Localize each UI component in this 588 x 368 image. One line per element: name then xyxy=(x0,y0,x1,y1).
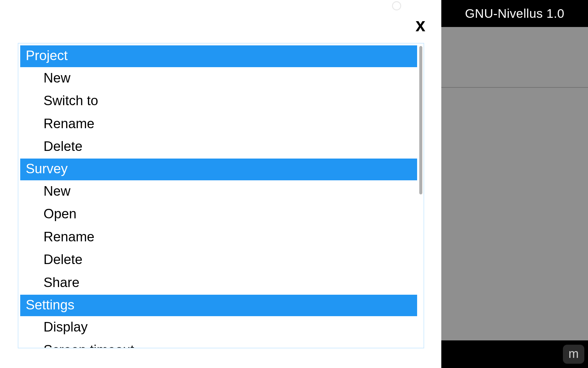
menu-item-project-new[interactable]: New xyxy=(20,67,417,90)
section-header-label: Survey xyxy=(26,161,68,176)
menu-item-label: Open xyxy=(43,206,77,221)
app-panel-top xyxy=(441,27,588,88)
menu-item-survey-new[interactable]: New xyxy=(20,180,417,203)
app-background: GNU-Nivellus 1.0 m xyxy=(441,0,588,368)
menu-modal: x Project New Switch to Rename Delete xyxy=(0,0,441,368)
menu-item-label: Delete xyxy=(43,252,82,267)
close-icon: x xyxy=(416,13,425,35)
menu-panel: Project New Switch to Rename Delete Surv… xyxy=(18,43,424,348)
app-title: GNU-Nivellus 1.0 xyxy=(465,6,564,21)
menu-item-label: Delete xyxy=(43,139,82,154)
menu-item-settings-screen-timeout[interactable]: Screen timeout xyxy=(20,339,417,348)
spinner-icon xyxy=(392,1,401,10)
menu-item-project-rename[interactable]: Rename xyxy=(20,113,417,136)
app-body xyxy=(441,27,588,340)
section-header-label: Project xyxy=(26,48,68,63)
app-panel-mid xyxy=(441,88,588,340)
menu-item-settings-display[interactable]: Display xyxy=(20,316,417,339)
app-titlebar: GNU-Nivellus 1.0 xyxy=(441,0,588,27)
scrollbar[interactable] xyxy=(419,46,422,194)
menu-item-survey-delete[interactable]: Delete xyxy=(20,249,417,272)
section-header-survey: Survey xyxy=(20,159,417,180)
menu-badge-label: m xyxy=(568,347,579,360)
section-header-label: Settings xyxy=(26,297,74,312)
menu-scroll[interactable]: Project New Switch to Rename Delete Surv… xyxy=(18,44,424,348)
menu-item-label: Screen timeout xyxy=(43,342,134,348)
menu-item-label: Switch to xyxy=(43,93,98,108)
menu-item-survey-open[interactable]: Open xyxy=(20,203,417,226)
menu-item-survey-rename[interactable]: Rename xyxy=(20,226,417,249)
menu-item-project-switch-to[interactable]: Switch to xyxy=(20,90,417,113)
app-bottombar: m xyxy=(441,340,588,368)
section-header-settings: Settings xyxy=(20,295,417,316)
section-header-project: Project xyxy=(20,45,417,67)
close-button[interactable]: x xyxy=(416,13,425,35)
menu-item-label: Rename xyxy=(43,116,94,131)
menu-item-survey-share[interactable]: Share xyxy=(20,272,417,295)
menu-item-label: Share xyxy=(43,275,79,290)
menu-item-project-delete[interactable]: Delete xyxy=(20,136,417,159)
menu-badge[interactable]: m xyxy=(563,345,584,364)
menu-item-label: Display xyxy=(43,319,88,334)
menu-item-label: Rename xyxy=(43,229,94,244)
menu-item-label: New xyxy=(43,70,70,85)
menu-item-label: New xyxy=(43,183,70,198)
